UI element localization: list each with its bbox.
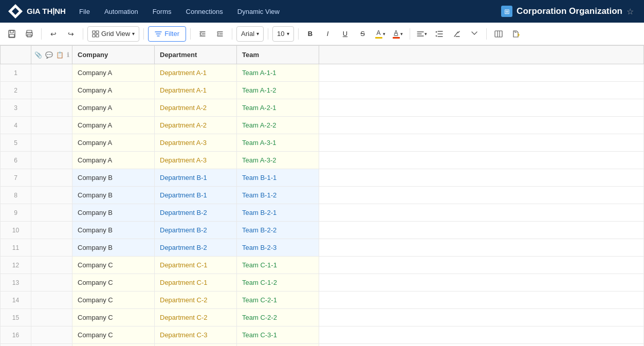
table-row[interactable]: 8 Company B Department B-1 Team B-1-2	[1, 187, 644, 204]
table-row[interactable]: 15 Company C Department C-2 Team C-2-2	[1, 309, 644, 326]
table-row[interactable]: 5 Company A Department A-3 Team A-3-1	[1, 134, 644, 152]
company-cell[interactable]: Company A	[72, 64, 155, 82]
department-cell[interactable]: Department B-2	[155, 239, 237, 257]
team-cell[interactable]: Team C-2-2	[237, 309, 319, 326]
team-cell[interactable]: Team B-2-2	[237, 222, 319, 239]
table-row[interactable]: 17 Company C Department C-3 Team C-3-2	[1, 344, 644, 347]
table-row[interactable]: 1 Company A Department A-1 Team A-1-1	[1, 64, 644, 82]
company-cell[interactable]: Company B	[72, 222, 155, 239]
team-cell[interactable]: Team C-1-2	[237, 274, 319, 292]
nav-forms[interactable]: Forms	[152, 6, 173, 17]
department-cell[interactable]: Department C-2	[155, 292, 237, 309]
column-manage-button[interactable]	[491, 26, 506, 42]
cell-format-button[interactable]	[467, 26, 482, 42]
indent-increase-button[interactable]	[212, 26, 228, 42]
table-row[interactable]: 16 Company C Department C-3 Team C-3-1	[1, 326, 644, 344]
table-row[interactable]: 10 Company B Department B-2 Team B-2-2	[1, 222, 644, 239]
team-cell[interactable]: Team A-1-1	[237, 64, 319, 82]
team-cell[interactable]: Team A-2-1	[237, 99, 319, 117]
table-row[interactable]: 14 Company C Department C-2 Team C-2-1	[1, 292, 644, 309]
team-cell[interactable]: Team C-3-2	[237, 344, 319, 347]
department-cell[interactable]: Department C-1	[155, 257, 237, 274]
table-row[interactable]: 2 Company A Department A-1 Team A-1-2	[1, 82, 644, 99]
grid-container[interactable]: 📎 💬 📋 ℹ Company Department Team	[0, 45, 644, 346]
team-cell[interactable]: Team C-3-1	[237, 326, 319, 344]
table-row[interactable]: 13 Company C Department C-1 Team C-1-2	[1, 274, 644, 292]
department-cell[interactable]: Department A-3	[155, 152, 237, 169]
font-family-dropdown[interactable]: Arial ▾	[236, 26, 264, 42]
table-row[interactable]: 4 Company A Department A-2 Team A-2-2	[1, 117, 644, 134]
table-row[interactable]: 3 Company A Department A-2 Team A-2-1	[1, 99, 644, 117]
text-align-button[interactable]: ▾	[414, 26, 430, 42]
company-cell[interactable]: Company A	[72, 117, 155, 134]
team-cell[interactable]: Team A-3-2	[237, 152, 319, 169]
company-cell[interactable]: Company B	[72, 169, 155, 187]
print-button[interactable]	[22, 26, 37, 42]
undo-button[interactable]: ↩	[46, 26, 61, 42]
nav-connections[interactable]: Connections	[185, 6, 224, 17]
department-cell[interactable]: Department A-1	[155, 64, 237, 82]
strikethrough-button[interactable]: S	[355, 26, 371, 42]
clear-format-button[interactable]	[449, 26, 465, 42]
line-height-button[interactable]	[432, 26, 447, 42]
team-header[interactable]: Team	[237, 46, 319, 64]
company-cell[interactable]: Company C	[72, 326, 155, 344]
department-header[interactable]: Department	[155, 46, 237, 64]
department-cell[interactable]: Department C-3	[155, 344, 237, 347]
company-cell[interactable]: Company A	[72, 82, 155, 99]
table-row[interactable]: 6 Company A Department A-3 Team A-3-2	[1, 152, 644, 169]
underline-button[interactable]: U	[338, 26, 353, 42]
table-row[interactable]: 7 Company B Department B-1 Team B-1-1	[1, 169, 644, 187]
company-cell[interactable]: Company C	[72, 309, 155, 326]
highlight-color-button[interactable]: A ▾	[373, 26, 388, 42]
nav-dynamic-view[interactable]: Dynamic View	[236, 6, 281, 17]
font-size-dropdown[interactable]: 10 ▾	[272, 26, 293, 42]
team-cell[interactable]: Team B-2-3	[237, 239, 319, 257]
team-cell[interactable]: Team B-2-1	[237, 204, 319, 222]
filter-button[interactable]: Filter	[148, 26, 186, 42]
grid-view-dropdown[interactable]: Grid View ▾	[87, 26, 139, 42]
company-cell[interactable]: Company C	[72, 274, 155, 292]
save-button[interactable]	[4, 26, 20, 42]
team-cell[interactable]: Team C-1-1	[237, 257, 319, 274]
department-cell[interactable]: Department A-3	[155, 134, 237, 152]
team-cell[interactable]: Team A-2-2	[237, 117, 319, 134]
redo-button[interactable]: ↪	[63, 26, 79, 42]
font-color-button[interactable]: A ▾	[390, 26, 406, 42]
team-cell[interactable]: Team A-3-1	[237, 134, 319, 152]
department-cell[interactable]: Department B-2	[155, 204, 237, 222]
company-cell[interactable]: Company B	[72, 239, 155, 257]
company-header[interactable]: Company	[72, 46, 155, 64]
department-cell[interactable]: Department A-1	[155, 82, 237, 99]
company-cell[interactable]: Company B	[72, 204, 155, 222]
company-cell[interactable]: Company A	[72, 152, 155, 169]
indent-decrease-button[interactable]	[195, 26, 210, 42]
department-cell[interactable]: Department C-3	[155, 326, 237, 344]
department-cell[interactable]: Department B-2	[155, 222, 237, 239]
paint-format-button[interactable]	[508, 26, 524, 42]
department-cell[interactable]: Department B-1	[155, 169, 237, 187]
department-cell[interactable]: Department B-1	[155, 187, 237, 204]
bold-button[interactable]: B	[303, 26, 318, 42]
nav-automation[interactable]: Automation	[103, 6, 139, 17]
company-cell[interactable]: Company A	[72, 99, 155, 117]
department-cell[interactable]: Department C-2	[155, 309, 237, 326]
department-cell[interactable]: Department A-2	[155, 99, 237, 117]
favorite-star-icon[interactable]: ☆	[627, 7, 634, 16]
team-cell[interactable]: Team A-1-2	[237, 82, 319, 99]
company-cell[interactable]: Company A	[72, 134, 155, 152]
company-cell[interactable]: Company B	[72, 187, 155, 204]
italic-button[interactable]: I	[320, 26, 336, 42]
nav-file[interactable]: File	[78, 6, 91, 17]
department-cell[interactable]: Department A-2	[155, 117, 237, 134]
company-cell[interactable]: Company C	[72, 344, 155, 347]
team-cell[interactable]: Team C-2-1	[237, 292, 319, 309]
team-cell[interactable]: Team B-1-2	[237, 187, 319, 204]
company-cell[interactable]: Company C	[72, 292, 155, 309]
table-row[interactable]: 12 Company C Department C-1 Team C-1-1	[1, 257, 644, 274]
company-cell[interactable]: Company C	[72, 257, 155, 274]
table-row[interactable]: 11 Company B Department B-2 Team B-2-3	[1, 239, 644, 257]
department-cell[interactable]: Department C-1	[155, 274, 237, 292]
team-cell[interactable]: Team B-1-1	[237, 169, 319, 187]
table-row[interactable]: 9 Company B Department B-2 Team B-2-1	[1, 204, 644, 222]
